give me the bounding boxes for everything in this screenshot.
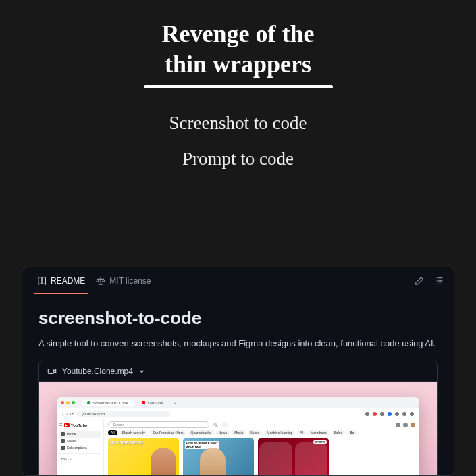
yt-logo[interactable]: ≡ YouTube	[59, 422, 101, 428]
youtube-clone: ≡ YouTube Home Shorts Subscriptions You›	[57, 419, 419, 476]
browser-tab-1-label: Screenshot to Code	[92, 401, 128, 405]
chevron-down-icon	[138, 368, 145, 375]
chip[interactable]: Sketch comedy	[120, 430, 148, 435]
sidebar-item-label: Subscriptions	[67, 446, 87, 450]
max-dot[interactable]	[72, 401, 75, 404]
browser-tab-1[interactable]: Screenshot to Code	[82, 400, 134, 406]
hero-sub-1: Screenshot to code	[0, 113, 476, 134]
outline-icon[interactable]	[435, 276, 444, 286]
avatar[interactable]	[411, 423, 415, 427]
url-field[interactable]: youtube.com	[76, 411, 171, 417]
hero-underline	[144, 85, 333, 88]
chip[interactable]: Ba	[347, 430, 356, 435]
search-icon[interactable]: 🔍	[213, 423, 218, 427]
bell-icon[interactable]	[403, 423, 408, 427]
thumb-title: NYC MARATHON	[110, 440, 143, 444]
sidebar-item-subscriptions[interactable]: Subscriptions	[59, 444, 101, 451]
readme-tabbar: README MIT license	[22, 267, 454, 294]
chip[interactable]: Music	[232, 430, 246, 435]
browser-tab-2[interactable]: YouTube	[136, 400, 169, 406]
nav-back-icon[interactable]: ‹	[62, 412, 63, 416]
chip[interactable]: Mixes	[248, 430, 262, 435]
browser-tabstrip: Screenshot to Code YouTube +	[57, 397, 419, 408]
ext-icon[interactable]	[380, 412, 384, 416]
sidebar-item-home[interactable]: Home	[59, 431, 101, 438]
tab-readme-label: README	[51, 276, 85, 286]
hero-title-line1: Revenge of the	[162, 20, 315, 47]
pencil-icon[interactable]	[415, 276, 424, 286]
tab-favicon-1	[87, 401, 90, 404]
thumbnail-row: NYC MARATHON HOW TO REDUCE FOOTARCH PAIN	[108, 438, 415, 476]
ext-icon[interactable]	[388, 412, 392, 416]
search-placeholder: Search	[113, 423, 124, 427]
subs-icon	[61, 446, 65, 450]
hero-title-line2: thin wrappers	[165, 51, 311, 78]
chip[interactable]: Machine learning	[264, 430, 295, 435]
book-icon	[37, 276, 47, 286]
mic-icon[interactable]	[222, 422, 228, 427]
chip[interactable]: Marathons	[308, 430, 329, 435]
nav-fwd-icon[interactable]: ›	[66, 412, 68, 416]
yt-brand: YouTube	[71, 423, 88, 427]
video-thumbnail[interactable]: NYC MARATHON	[108, 438, 179, 476]
chip[interactable]: News	[216, 430, 230, 435]
hero-title: Revenge of the thin wrappers	[144, 19, 333, 88]
traffic-lights	[61, 401, 75, 404]
chip[interactable]: Sales	[332, 430, 346, 435]
yt-sidebar: ≡ YouTube Home Shorts Subscriptions You›	[57, 419, 104, 476]
law-icon	[96, 276, 105, 286]
min-dot[interactable]	[66, 401, 70, 404]
tab-license[interactable]: MIT license	[90, 267, 156, 294]
new-tab-button[interactable]: +	[174, 401, 177, 405]
hero-sub-2: Prompt to code	[0, 149, 476, 169]
chip[interactable]: AI	[297, 430, 306, 435]
tab-readme[interactable]: README	[32, 267, 90, 294]
video-thumbnail[interactable]: HOW TO REDUCE FOOTARCH PAIN	[183, 438, 254, 476]
chip[interactable]: Quarterbacks	[188, 430, 214, 435]
create-icon[interactable]	[396, 423, 400, 427]
ext-icon[interactable]	[365, 412, 369, 416]
repo-title: screenshot-to-code	[38, 308, 438, 329]
shorts-icon	[61, 439, 65, 443]
ext-icon[interactable]	[410, 412, 414, 416]
chip[interactable]: All	[108, 430, 117, 435]
sidebar-item-label: You	[61, 457, 66, 461]
ext-icon-opera[interactable]	[373, 412, 377, 416]
video-filename: Youtube.Clone.mp4	[62, 367, 133, 376]
sidebar-item-shorts[interactable]: Shorts	[59, 438, 101, 444]
chip-row: All Sketch comedy San Francisco 49ers Qu…	[108, 430, 415, 435]
url-text: youtube.com	[82, 412, 105, 416]
tab-favicon-2	[142, 401, 145, 404]
chip[interactable]: San Francisco 49ers	[150, 430, 186, 435]
video-icon	[47, 367, 57, 376]
ext-icon[interactable]	[395, 412, 399, 416]
video-thumbnail[interactable]: SPORTS	[258, 438, 329, 476]
sidebar-item-label: Shorts	[67, 439, 76, 443]
video-preview[interactable]: Screenshot to Code YouTube + ‹ › ⟳ youtu…	[39, 382, 437, 476]
home-icon	[61, 432, 65, 436]
extension-icons	[365, 412, 414, 416]
sidebar-item-label: Home	[67, 432, 76, 436]
yt-main: Search 🔍 All	[104, 419, 419, 476]
hamburger-icon[interactable]: ≡	[59, 422, 63, 428]
video-card: Youtube.Clone.mp4 Screenshot to Code	[38, 361, 438, 476]
search-input[interactable]: Search	[108, 421, 209, 428]
close-dot[interactable]	[61, 401, 64, 404]
thumb-person	[151, 448, 176, 476]
repo-description: A simple tool to convert screenshots, mo…	[38, 338, 438, 348]
reload-icon[interactable]: ⟳	[70, 411, 74, 416]
ext-icon[interactable]	[402, 412, 406, 416]
sidebar-item-you[interactable]: You›	[59, 456, 101, 462]
browser-urlbar: ‹ › ⟳ youtube.com	[57, 408, 419, 419]
readme-panel: README MIT license screenshot-to-code A …	[22, 267, 454, 476]
yt-play-icon	[64, 423, 70, 427]
browser-tab-2-label: YouTube	[147, 401, 163, 405]
svg-rect-0	[48, 369, 53, 374]
browser-window: Screenshot to Code YouTube + ‹ › ⟳ youtu…	[57, 397, 419, 476]
yt-topbar-right	[396, 423, 415, 427]
video-filename-row[interactable]: Youtube.Clone.mp4	[39, 361, 437, 382]
thumb-person	[200, 448, 226, 476]
tab-license-label: MIT license	[109, 276, 151, 286]
